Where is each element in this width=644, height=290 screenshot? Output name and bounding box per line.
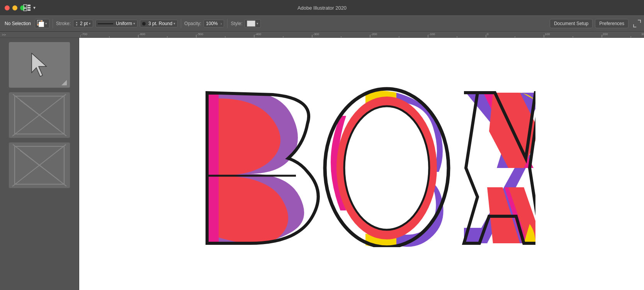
letter-o [325,89,449,247]
preferences-button[interactable]: Preferences [595,19,629,28]
style-label: Style: [231,21,242,26]
selection-tool[interactable] [8,42,70,88]
svg-rect-3 [24,8,27,11]
svg-marker-38 [32,53,46,76]
document-setup-button[interactable]: Document Setup [550,19,593,28]
resize-icon [633,20,641,27]
svg-rect-2 [27,7,31,8]
fill-color-dropdown[interactable]: ▾ [35,19,49,28]
ruler: >> -700 -600 -500 -400 -300 [0,32,644,38]
layout-icon[interactable]: ▾ [23,4,36,11]
close-button[interactable] [5,5,10,10]
svg-text:-600: -600 [139,32,146,36]
minimize-button[interactable] [12,5,17,10]
letter-b [207,93,318,244]
svg-text:-100: -100 [429,32,435,36]
toolbar: No Selection ▾ Stroke: ▲ ▼ 2 pt ▾ Unifor… [0,15,644,32]
x-box-1 [14,96,65,134]
tool-corner-indicator [61,80,67,85]
svg-text:-400: -400 [255,32,262,36]
selection-indicator: No Selection [3,20,32,27]
window-controls [5,5,25,10]
canvas-area[interactable] [79,38,644,290]
title-bar: ▾ Adobe Illustrator 2020 [0,0,644,15]
style-dropdown[interactable]: ▾ [245,19,261,28]
svg-rect-39 [207,93,219,243]
layout-dropdown-arrow[interactable]: ▾ [33,5,36,10]
svg-rect-1 [27,5,31,6]
tools-panel [0,38,79,290]
tool-slot-2[interactable] [8,92,70,138]
svg-text:200: 200 [603,32,608,36]
stroke-style-dropdown[interactable]: Uniform ▾ [95,20,138,27]
svg-text:-500: -500 [197,32,204,36]
letter-x [464,93,535,243]
opacity-field[interactable]: 100% › [204,20,224,27]
tool-slot-3[interactable] [8,142,70,188]
opacity-label: Opacity: [184,21,201,26]
svg-text:100: 100 [545,32,550,36]
svg-text:-300: -300 [313,32,319,36]
svg-text:0: 0 [487,32,489,36]
stroke-cap-dropdown[interactable]: 3 pt. Round ▾ [140,20,178,27]
svg-text:-700: -700 [81,32,88,36]
stroke-width-field[interactable]: ▲ ▼ 2 pt ▾ [73,20,93,27]
svg-point-43 [344,106,429,230]
stroke-label: Stroke: [56,21,71,26]
svg-text:-200: -200 [371,32,377,36]
app-title: Adobe Illustrator 2020 [297,5,347,11]
svg-text:300: 300 [641,32,644,36]
svg-rect-4 [27,9,31,11]
artwork [188,81,535,247]
x-box-2 [14,146,65,185]
scroll-left-arrow[interactable]: >> [0,32,8,38]
main-area [0,38,644,290]
svg-rect-0 [24,5,27,8]
